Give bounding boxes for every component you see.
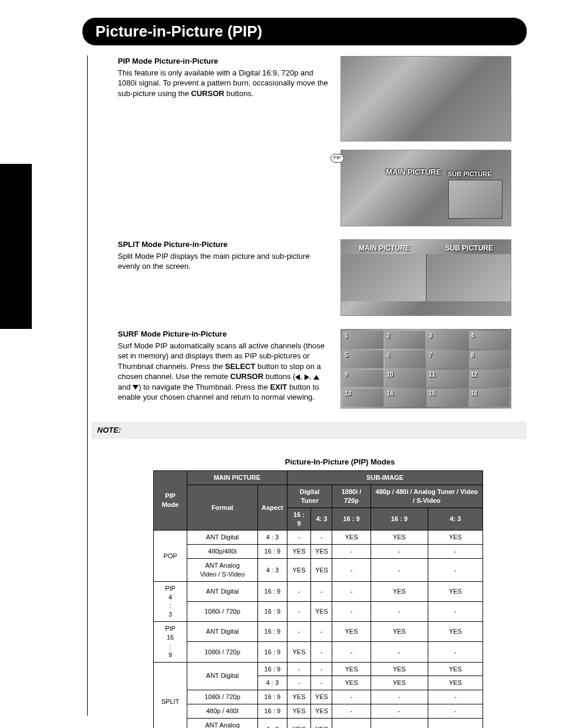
cell-value: - [311,531,332,545]
pip-tag-label: PIP [330,154,344,163]
cell-format: ANT AnalogVideo / S-Video [187,559,258,582]
cell-value: - [371,601,428,621]
split-labels: MAIN PICTURE SUB PICTURE [341,243,511,253]
pip-image-plain [340,56,511,141]
vertical-rule [87,55,88,716]
cell-mode: PIP4:3 [154,581,187,621]
hdr-1080-720: 1080i / 720p [332,485,371,508]
cell-aspect: 16 : 9 [258,601,287,621]
page-title-bar: Picture-in-Picture (PIP) [82,18,527,45]
cell-value: YES [311,704,332,719]
table-row: ANT AnalogVideo / S-Video4 : 3YESYES--- [154,718,483,728]
surf-cell: 5 [342,350,384,368]
surf-body: Surf Mode PIP automatically scans all ac… [118,341,330,403]
cell-value: - [311,642,332,662]
split-text-block: SPLIT Mode Picture-in-Picture Split Mode… [118,239,330,316]
main-picture-label: MAIN PICTURE [386,167,441,177]
hdr-digital-tuner: Digital Tuner [287,485,332,508]
cell-mode: SPLIT [154,662,187,728]
arrow-up-icon [313,375,319,380]
cell-aspect: 4 : 3 [258,718,287,728]
cell-value: - [428,545,482,559]
cell-value: - [428,642,482,662]
cell-aspect: 16 : 9 [258,581,287,601]
section-split: SPLIT Mode Picture-in-Picture Split Mode… [118,239,527,316]
cell-aspect: 4 : 3 [258,676,287,690]
cell-value: YES [332,662,371,676]
cell-value: YES [371,581,428,601]
pip-text-block: PIP Mode Picture-in-Picture This feature… [118,56,330,226]
split-image: MAIN PICTURE SUB PICTURE [340,239,511,316]
sub-picture-box: SUB PICTURE [448,180,503,219]
cell-value: - [287,581,311,601]
cell-format: 480p / 480I [187,704,258,719]
table-row: POPANT Digital4 : 3--YESYESYES [154,531,483,545]
hdr-aspect: Aspect [258,485,287,531]
cell-value: - [371,718,428,728]
cell-mode: PIP16:9 [154,622,187,662]
section-surf: SURF Mode Picture-in-Picture Surf Mode P… [118,329,527,409]
surf-cell: 6 [385,350,426,368]
surf-cell: 8 [469,350,510,368]
table-row: SPLITANT Digital16 : 9--YESYESYES [154,662,483,676]
cell-value: - [287,676,311,690]
hdr-analog: 480p / 480i / Analog Tuner / Video / S-V… [371,485,482,508]
cell-value: YES [332,676,371,690]
surf-cell: 13 [342,388,384,407]
cell-value: YES [428,581,482,601]
arrow-down-icon [133,385,138,390]
cell-value: YES [311,718,332,728]
table-row: PIP16:9ANT Digital16 : 9--YESYESYES [154,622,483,642]
surf-cell: 11 [427,370,468,388]
surf-text-block: SURF Mode Picture-in-Picture Surf Mode P… [118,329,330,409]
cell-aspect: 16 : 9 [258,622,287,642]
cell-value: YES [371,662,428,676]
cell-mode: POP [154,531,187,581]
cell-aspect: 16 : 9 [258,662,287,676]
cell-value: YES [287,718,311,728]
hdr-sub-image: SUB-IMAGE [287,471,482,485]
hdr-169: 16 : 9 [287,508,311,531]
cell-value: YES [287,690,311,704]
surf-cell: 9 [342,370,384,388]
cell-value: - [311,581,332,601]
cell-format: ANT Digital [187,622,258,642]
sub-picture-label: SUB PICTURE [448,170,492,179]
side-tab [0,164,32,329]
cell-value: - [371,642,428,662]
arrow-right-icon [305,374,309,380]
cell-format: 1080i / 720p [187,690,258,704]
cell-value: - [371,704,428,719]
pip-image-column: PIP MAIN PICTURE SUB PICTURE [340,56,511,226]
cell-value: YES [332,622,371,642]
table-row: 1080i / 720p16 : 9YES---- [154,642,483,662]
surf-cell: 7 [427,350,468,368]
cell-format: 1080i / 720p [187,642,258,662]
section-pip: PIP Mode Picture-in-Picture This feature… [118,56,527,226]
cell-value: YES [287,559,311,582]
cell-aspect: 16 : 9 [258,545,287,559]
surf-cell: 15 [427,388,468,407]
table-row: 1080i / 720p16 : 9YESYES--- [154,690,483,704]
cell-value: YES [311,690,332,704]
cell-aspect: 4 : 3 [258,559,287,582]
cell-value: - [371,559,428,582]
cell-value: - [428,690,482,704]
cell-value: YES [311,559,332,582]
hdr-169b: 16 : 9 [332,508,371,531]
split-right [427,254,511,301]
note-label: NOTE: [97,426,121,434]
page-title: Picture-in-Picture (PIP) [95,22,262,40]
cell-format: ANT Digital [187,581,258,601]
cell-value: - [287,531,311,545]
cell-value: YES [287,704,311,719]
cell-aspect: 16 : 9 [258,642,287,662]
cell-value: - [332,718,371,728]
cell-value: YES [287,545,311,559]
surf-cell: 14 [385,388,426,407]
pip-modes-table: PIP Mode MAIN PICTURE SUB-IMAGE Format A… [153,470,483,728]
table-row: ANT AnalogVideo / S-Video4 : 3YESYES--- [154,559,483,582]
cell-value: YES [332,531,371,545]
cell-value: YES [428,676,482,690]
table-row: PIP4:3ANT Digital16 : 9---YESYES [154,581,483,601]
